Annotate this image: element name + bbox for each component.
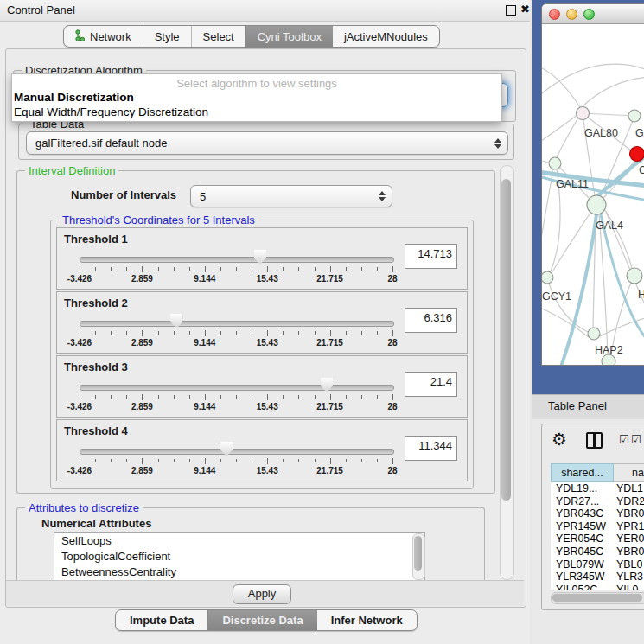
threshold-slider-track[interactable] bbox=[80, 257, 394, 263]
attributes-list-scrollbar-thumb[interactable] bbox=[414, 536, 422, 571]
attribute-list-item[interactable]: BetweennessCentrality bbox=[54, 564, 424, 580]
tab-cyni-toolbox[interactable]: Cyni Toolbox bbox=[245, 26, 333, 47]
network-edge[interactable] bbox=[583, 77, 644, 106]
close-icon[interactable]: ✖ bbox=[520, 3, 530, 16]
slider-tick bbox=[189, 267, 190, 271]
slider-tick bbox=[392, 266, 393, 272]
threshold-value-field[interactable]: 14.713 bbox=[405, 244, 457, 269]
tab-jactivemnodules[interactable]: jActiveMNodules bbox=[333, 26, 439, 47]
tab-infer-network[interactable]: Infer Network bbox=[317, 610, 417, 630]
tab-style[interactable]: Style bbox=[143, 26, 191, 47]
table-horizontal-scrollbar-thumb[interactable] bbox=[552, 594, 642, 602]
algorithm-option-manual[interactable]: Manual Discretization bbox=[14, 91, 134, 104]
threshold-value-field[interactable]: 6.316 bbox=[405, 308, 457, 333]
network-node[interactable] bbox=[602, 354, 615, 365]
slider-tick bbox=[142, 394, 143, 400]
network-node-ga[interactable] bbox=[628, 110, 641, 122]
threshold-box-1: Threshold 1-3.4262.8599.14415.4321.71528… bbox=[56, 227, 468, 290]
slider-tick bbox=[236, 395, 237, 399]
network-canvas[interactable]: GAL80GACGAL11GAL4GCY1HHAP2 bbox=[542, 23, 644, 365]
threshold-slider-track[interactable] bbox=[80, 449, 394, 455]
slider-tick bbox=[377, 331, 378, 335]
tab-jactivemnodules-label: jActiveMNodules bbox=[344, 30, 428, 43]
table-row[interactable]: YDL19...YDL1 bbox=[551, 482, 644, 495]
attributes-list-scrollbar[interactable] bbox=[412, 533, 425, 580]
network-node-gal80[interactable] bbox=[577, 107, 590, 120]
algorithm-option-equal-width[interactable]: Equal Width/Frequency Discretization bbox=[14, 105, 208, 118]
table-row[interactable]: YPR145WYPR1 bbox=[551, 520, 644, 533]
table-row[interactable]: YDR27...YDR2 bbox=[551, 495, 644, 508]
attribute-list-item[interactable]: TopologicalCoefficient bbox=[54, 549, 424, 564]
thresholds-group: Threshold's Coordinates for 5 Intervals … bbox=[50, 220, 474, 489]
tab-select[interactable]: Select bbox=[191, 26, 245, 47]
table-row[interactable]: YBL079WYBL0 bbox=[551, 558, 644, 571]
panel-vertical-scrollbar[interactable] bbox=[500, 165, 514, 580]
tab-network[interactable]: Network bbox=[64, 26, 143, 47]
threshold-slider-track[interactable] bbox=[80, 321, 394, 327]
table-rows: YDL19...YDL1YDR27...YDR2YBR043CYBR0YPR14… bbox=[551, 482, 644, 590]
slider-tick bbox=[236, 267, 237, 271]
network-edge[interactable] bbox=[542, 169, 553, 255]
slider-tick bbox=[111, 395, 112, 399]
network-node-gal11[interactable] bbox=[549, 157, 561, 169]
number-of-intervals-select[interactable]: 5 bbox=[190, 185, 392, 207]
tab-infer-network-label: Infer Network bbox=[331, 614, 403, 627]
attribute-list-item[interactable]: SelfLoops bbox=[54, 533, 424, 549]
network-node-gal4[interactable] bbox=[587, 195, 606, 214]
table-row[interactable]: YLR345WYLR3 bbox=[551, 571, 644, 583]
table-row[interactable]: YER054CYER0 bbox=[551, 532, 644, 545]
tab-impute-data[interactable]: Impute Data bbox=[116, 610, 207, 630]
panel-vertical-scrollbar-thumb[interactable] bbox=[501, 179, 511, 501]
cell-shared-name: YER054C bbox=[551, 532, 613, 545]
network-edge-highlighted[interactable] bbox=[561, 214, 596, 365]
checkbox-icon[interactable]: ☑ bbox=[631, 433, 641, 446]
checkbox-icon[interactable]: ☑ bbox=[619, 433, 629, 446]
network-node-label: C bbox=[639, 164, 644, 176]
column-header-name[interactable]: nam bbox=[614, 463, 644, 482]
column-header-shared[interactable]: shared... bbox=[551, 463, 614, 482]
slider-tick bbox=[283, 267, 284, 271]
slider-tick bbox=[315, 267, 316, 271]
network-node-gcy1[interactable] bbox=[542, 271, 553, 284]
table-data-select[interactable]: galFiltered.sif default node bbox=[26, 131, 508, 155]
network-edge[interactable] bbox=[583, 113, 634, 116]
close-traffic-light-icon[interactable] bbox=[549, 9, 560, 20]
table-data-group: Table Data galFiltered.sif default node bbox=[18, 124, 514, 160]
threshold-slider-track[interactable] bbox=[80, 385, 394, 391]
slider-tick-label: 15.43 bbox=[241, 402, 293, 411]
slider-tick bbox=[189, 459, 190, 462]
algorithm-popup-placeholder: Select algorithm to view settings bbox=[12, 77, 501, 90]
threshold-value-field[interactable]: 21.4 bbox=[405, 372, 457, 397]
float-window-icon[interactable] bbox=[506, 5, 516, 16]
tab-discretize-data[interactable]: Discretize Data bbox=[207, 610, 316, 630]
slider-tick bbox=[158, 267, 159, 271]
minimize-traffic-light-icon[interactable] bbox=[566, 9, 577, 20]
apply-button[interactable]: Apply bbox=[233, 584, 291, 604]
slider-tick bbox=[252, 395, 252, 399]
network-view-window: GAL80GACGAL11GAL4GCY1HHAP2 bbox=[541, 3, 644, 366]
network-edge[interactable] bbox=[552, 213, 590, 273]
gear-icon[interactable]: ⚙ bbox=[552, 429, 567, 450]
network-edge[interactable] bbox=[557, 118, 578, 157]
slider-tick bbox=[267, 266, 268, 272]
network-edge[interactable] bbox=[542, 307, 589, 337]
network-edge[interactable] bbox=[542, 160, 549, 163]
network-window-titlebar[interactable] bbox=[542, 4, 644, 24]
slider-tick-label: 2.859 bbox=[116, 402, 168, 411]
table-row[interactable]: YBR045CYBR0 bbox=[551, 545, 644, 558]
network-node-h[interactable] bbox=[627, 268, 642, 284]
threshold-value-field[interactable]: 11.344 bbox=[405, 436, 457, 461]
slider-tick bbox=[95, 331, 96, 335]
zoom-traffic-light-icon[interactable] bbox=[583, 9, 595, 20]
numerical-attributes-list[interactable]: SelfLoopsTopologicalCoefficientBetweenne… bbox=[54, 532, 425, 581]
split-columns-icon[interactable] bbox=[586, 432, 603, 449]
slider-tick bbox=[361, 459, 362, 462]
interval-definition-group-title: Interval Definition bbox=[25, 164, 118, 177]
network-node-c[interactable] bbox=[630, 147, 644, 162]
table-horizontal-scrollbar[interactable] bbox=[551, 592, 644, 604]
table-row[interactable]: YIL052CYIL0 bbox=[551, 583, 644, 590]
table-row[interactable]: YBR043CYBR0 bbox=[551, 507, 644, 520]
slider-tick-label: 28 bbox=[367, 466, 418, 475]
slider-tick bbox=[267, 394, 268, 400]
network-node-hap2[interactable] bbox=[588, 328, 600, 340]
